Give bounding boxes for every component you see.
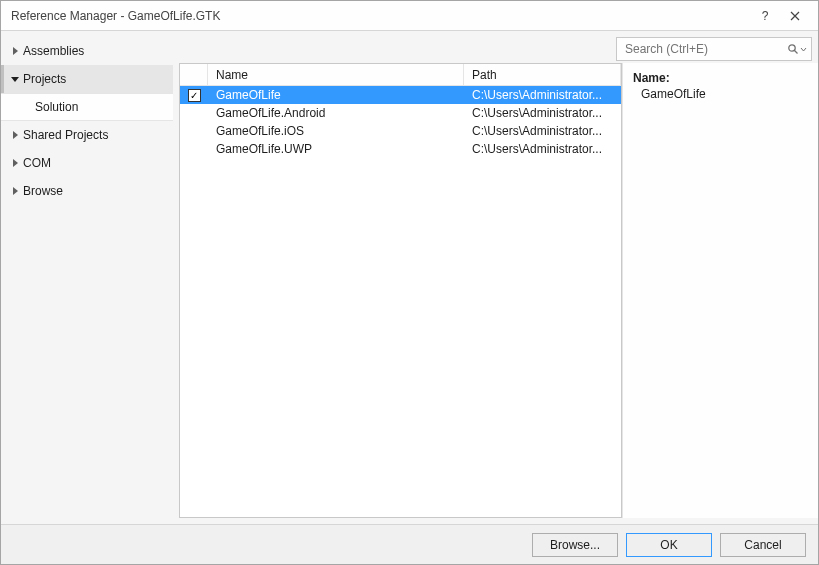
- sidebar-item-label: Shared Projects: [23, 128, 108, 142]
- search-row: [173, 31, 818, 63]
- chevron-down-icon: [9, 77, 21, 82]
- center-panel: Name Path ✓GameOfLifeC:\Users\Administra…: [173, 31, 818, 524]
- row-path: C:\Users\Administrator...: [464, 124, 621, 138]
- close-icon: [790, 11, 800, 21]
- sidebar-item-label: Browse: [23, 184, 63, 198]
- main-area: Assemblies Projects Solution Shared Proj…: [1, 31, 818, 524]
- search-dropdown-icon[interactable]: [787, 43, 807, 55]
- sidebar-item-shared-projects[interactable]: Shared Projects: [1, 121, 173, 149]
- row-path: C:\Users\Administrator...: [464, 142, 621, 156]
- chevron-right-icon: [9, 187, 21, 195]
- chevron-right-icon: [9, 159, 21, 167]
- sidebar-item-browse[interactable]: Browse: [1, 177, 173, 205]
- sidebar-subitem-label: Solution: [35, 100, 78, 114]
- column-header-path[interactable]: Path: [464, 64, 621, 85]
- row-name: GameOfLife.iOS: [208, 124, 464, 138]
- svg-point-0: [789, 45, 795, 51]
- ok-button[interactable]: OK: [626, 533, 712, 557]
- row-name: GameOfLife: [208, 88, 464, 102]
- sidebar-item-label: Assemblies: [23, 44, 84, 58]
- search-box[interactable]: [616, 37, 812, 61]
- sidebar-item-label: COM: [23, 156, 51, 170]
- reference-grid: Name Path ✓GameOfLifeC:\Users\Administra…: [179, 63, 622, 518]
- sidebar-item-com[interactable]: COM: [1, 149, 173, 177]
- chevron-right-icon: [9, 131, 21, 139]
- search-input[interactable]: [623, 41, 787, 57]
- svg-line-1: [795, 51, 798, 54]
- row-name: GameOfLife.Android: [208, 106, 464, 120]
- sidebar-item-projects[interactable]: Projects: [1, 65, 173, 93]
- cancel-button[interactable]: Cancel: [720, 533, 806, 557]
- grid-header: Name Path: [180, 64, 621, 86]
- chevron-right-icon: [9, 47, 21, 55]
- table-row[interactable]: GameOfLife.iOSC:\Users\Administrator...: [180, 122, 621, 140]
- details-name-label: Name:: [633, 71, 808, 85]
- row-path: C:\Users\Administrator...: [464, 88, 621, 102]
- window-title: Reference Manager - GameOfLife.GTK: [11, 9, 750, 23]
- table-row[interactable]: GameOfLife.UWPC:\Users\Administrator...: [180, 140, 621, 158]
- checkbox-checked-icon: ✓: [188, 89, 201, 102]
- close-button[interactable]: [780, 2, 810, 30]
- search-icon: [787, 43, 799, 55]
- sidebar-item-label: Projects: [23, 72, 66, 86]
- row-checkbox[interactable]: ✓: [180, 89, 208, 102]
- title-bar: Reference Manager - GameOfLife.GTK ?: [1, 1, 818, 31]
- sidebar-subitem-solution[interactable]: Solution: [1, 93, 173, 121]
- details-panel: Name: GameOfLife: [622, 63, 818, 518]
- row-name: GameOfLife.UWP: [208, 142, 464, 156]
- column-header-check[interactable]: [180, 64, 208, 85]
- sidebar: Assemblies Projects Solution Shared Proj…: [1, 31, 173, 524]
- table-row[interactable]: GameOfLife.AndroidC:\Users\Administrator…: [180, 104, 621, 122]
- table-row[interactable]: ✓GameOfLifeC:\Users\Administrator...: [180, 86, 621, 104]
- footer: Browse... OK Cancel: [1, 524, 818, 564]
- help-button[interactable]: ?: [750, 2, 780, 30]
- browse-button[interactable]: Browse...: [532, 533, 618, 557]
- sidebar-item-assemblies[interactable]: Assemblies: [1, 37, 173, 65]
- details-name-value: GameOfLife: [633, 87, 808, 101]
- row-path: C:\Users\Administrator...: [464, 106, 621, 120]
- grid-body: ✓GameOfLifeC:\Users\Administrator...Game…: [180, 86, 621, 517]
- column-header-name[interactable]: Name: [208, 64, 464, 85]
- grid-wrap: Name Path ✓GameOfLifeC:\Users\Administra…: [173, 63, 818, 524]
- chevron-down-icon: [800, 43, 807, 55]
